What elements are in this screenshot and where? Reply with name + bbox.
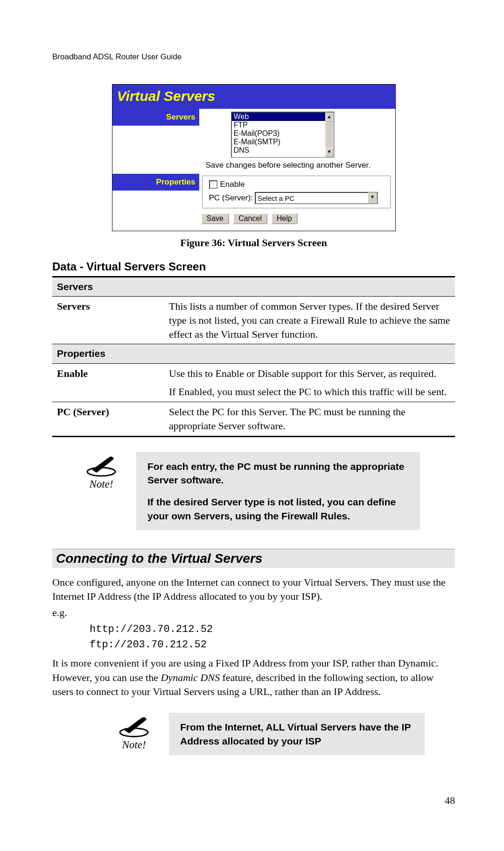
row-desc: This lists a number of common Server typ… <box>164 297 455 344</box>
note-text: From the Internet, ALL Virtual Servers h… <box>169 713 425 755</box>
table-row: Enable Use this to Enable or Disable sup… <box>52 363 455 402</box>
section-heading: Data - Virtual Servers Screen <box>52 260 455 273</box>
table-section: Servers <box>52 277 455 297</box>
row-desc: Use this to Enable or Disable support fo… <box>164 363 455 402</box>
pc-server-label: PC (Server): <box>209 193 253 203</box>
running-header: Broadband ADSL Router User Guide <box>52 52 182 62</box>
table-row: Servers This lists a number of common Se… <box>52 297 455 344</box>
note-text: For each entry, the PC must be running t… <box>136 452 420 531</box>
data-table: Servers Servers This lists a number of c… <box>52 276 455 437</box>
list-item[interactable]: DNS <box>232 146 325 155</box>
enable-checkbox[interactable] <box>209 180 217 189</box>
section-heading-2: Connecting to the Virtual Servers <box>52 549 455 568</box>
code-block: http://203.70.212.52 ftp://203.70.212.52 <box>90 622 455 652</box>
label-servers: Servers <box>112 109 199 126</box>
row-label: PC (Server) <box>52 402 164 436</box>
row-label: Servers <box>52 297 164 344</box>
row-label: Enable <box>52 363 164 402</box>
note-icon: Note! <box>113 713 155 751</box>
paragraph: Once configured, anyone on the Internet … <box>52 575 455 604</box>
screenshot-title: Virtual Servers <box>112 85 395 109</box>
table-section: Properties <box>52 344 455 363</box>
scroll-down-icon[interactable]: ▼ <box>325 148 334 157</box>
scrollbar[interactable]: ▲ ▼ <box>325 113 334 157</box>
pc-server-dropdown[interactable]: Select a PC ▼ <box>255 192 378 204</box>
hint-text: Save changes before selecting another Se… <box>206 161 391 170</box>
paragraph: It is more convenient if you are using a… <box>52 656 455 699</box>
note-icon: Note! <box>80 452 122 490</box>
scroll-up-icon[interactable]: ▲ <box>325 113 334 122</box>
page: Broadband ADSL Router User Guide Virtual… <box>0 0 504 851</box>
help-button[interactable]: Help <box>271 213 298 224</box>
list-item[interactable]: Web <box>232 113 325 121</box>
list-item[interactable]: E-Mail(POP3) <box>232 129 325 138</box>
eg-label: e.g. <box>52 606 455 620</box>
list-item[interactable]: FTP <box>232 121 325 129</box>
table-row: PC (Server) Select the PC for this Serve… <box>52 402 455 436</box>
note-label: Note! <box>113 739 155 751</box>
enable-label: Enable <box>220 180 245 189</box>
row-desc: Select the PC for this Server. The PC mu… <box>164 402 455 436</box>
virtual-servers-screenshot: Virtual Servers Servers Web FTP E-Mail(P… <box>112 84 396 231</box>
figure-caption: Figure 36: Virtual Servers Screen <box>52 237 455 249</box>
cancel-button[interactable]: Cancel <box>233 213 267 224</box>
label-properties: Properties <box>112 174 199 191</box>
note-block: Note! From the Internet, ALL Virtual Ser… <box>113 713 455 755</box>
chevron-down-icon[interactable]: ▼ <box>368 192 377 204</box>
note-block: Note! For each entry, the PC must be run… <box>80 452 455 531</box>
note-label: Note! <box>80 478 122 490</box>
list-item[interactable]: E-Mail(SMTP) <box>232 138 325 146</box>
page-number: 48 <box>445 794 455 807</box>
dropdown-value: Select a PC <box>256 194 296 202</box>
servers-listbox[interactable]: Web FTP E-Mail(POP3) E-Mail(SMTP) DNS ▲ … <box>231 112 335 158</box>
save-button[interactable]: Save <box>201 213 229 224</box>
